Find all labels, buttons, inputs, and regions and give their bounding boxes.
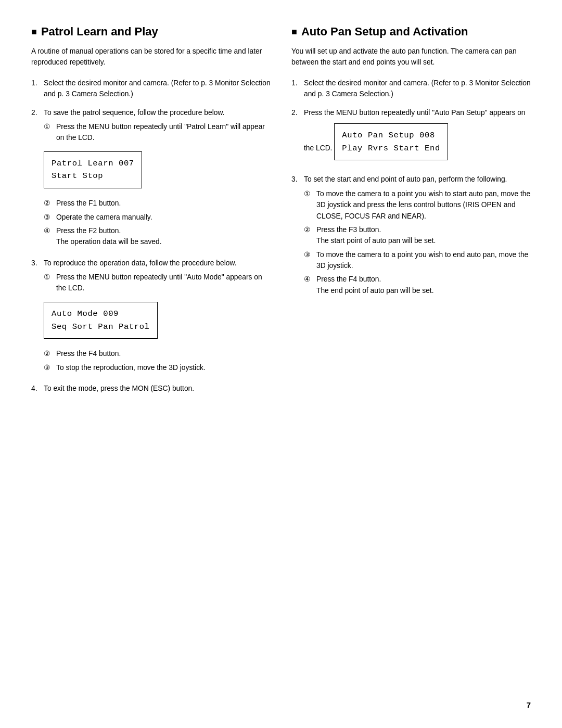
right-step-3-note2: The end point of auto pan will be set.: [316, 287, 434, 295]
lcd-auto-pan-line-1: Auto Pan Setup 008: [342, 129, 440, 142]
right-sub-num-3-2: ②: [304, 224, 313, 247]
step-1-content: Select the desired monitor and camera. (…: [44, 78, 271, 100]
lcd-auto-pan-line-2: Play Rvrs Start End: [342, 142, 440, 155]
lcd-auto-mode-line-1: Auto Mode 009: [52, 308, 150, 321]
lcd-auto-pan-setup: Auto Pan Setup 008 Play Rvrs Start End: [334, 123, 448, 161]
sub-3-2-text: Press the F4 button.: [56, 348, 271, 359]
right-step-3-text: To set the start and end point of auto p…: [304, 175, 507, 183]
sub-num-3-2: ②: [44, 348, 53, 359]
right-step-1: 1. Select the desired monitor and camera…: [291, 78, 531, 100]
right-sub-3-4-content: Press the F4 button. The end point of au…: [316, 274, 531, 296]
right-step-1-content: Select the desired monitor and camera. (…: [304, 78, 531, 100]
lcd-line-2: Start Stop: [52, 170, 134, 183]
sub-num-2-1: ①: [44, 121, 53, 144]
right-sub-num-3-1: ①: [304, 188, 313, 222]
right-step-2-content: Press the MENU button repeatedly until "…: [304, 107, 531, 167]
left-step-2: 2. To save the patrol sequence, follow t…: [31, 107, 271, 250]
right-step-3-content: To set the start and end point of auto p…: [304, 174, 531, 299]
step-2-content: To save the patrol sequence, follow the …: [44, 107, 271, 250]
sub-3-3-text: To stop the reproduction, move the 3D jo…: [56, 362, 271, 373]
left-step-1: 1. Select the desired monitor and camera…: [31, 78, 271, 100]
sub-2-1-text: Press the MENU button repeatedly until "…: [56, 121, 271, 144]
step-4-text: To exit the mode, press the MON (ESC) bu…: [44, 385, 194, 392]
step-num-4: 4.: [31, 383, 41, 394]
right-step-num-3: 3.: [291, 174, 301, 299]
step-3-sub-1: ① Press the MENU button repeatedly until…: [44, 272, 271, 294]
left-section-title: Patrol Learn and Play: [31, 25, 271, 39]
sub-2-3-text: Operate the camera manually.: [56, 212, 271, 223]
step-3-sublist-after: ② Press the F4 button. ③ To stop the rep…: [44, 348, 271, 373]
right-sub-num-3-3: ③: [304, 249, 313, 272]
step-4-content: To exit the mode, press the MON (ESC) bu…: [44, 383, 271, 394]
lcd-patrol-learn: Patrol Learn 007 Start Stop: [44, 151, 142, 189]
right-section-title: Auto Pan Setup and Activation: [291, 25, 531, 39]
step-3-text: To reproduce the operation data, follow …: [44, 259, 236, 267]
left-column: Patrol Learn and Play A routine of manua…: [31, 25, 271, 697]
page-container: Patrol Learn and Play A routine of manua…: [0, 0, 562, 728]
step-2-sub-2: ② Press the F1 button.: [44, 198, 271, 209]
step-3-sub-3: ③ To stop the reproduction, move the 3D …: [44, 362, 271, 373]
sub-2-4-content: Press the F2 button. The operation data …: [56, 225, 271, 248]
two-column-layout: Patrol Learn and Play A routine of manua…: [31, 25, 531, 697]
lcd-line-1: Patrol Learn 007: [52, 157, 134, 170]
right-step-3-sub-4: ④ Press the F4 button. The end point of …: [304, 274, 531, 296]
lcd-auto-mode: Auto Mode 009 Seq Sort Pan Patrol: [44, 302, 158, 339]
right-sub-num-3-4: ④: [304, 274, 313, 296]
right-section-intro: You will set up and activate the auto pa…: [291, 46, 531, 68]
step-3-sub-2: ② Press the F4 button.: [44, 348, 271, 359]
sub-num-3-3: ③: [44, 362, 53, 373]
step-2-sublist-after: ② Press the F1 button. ③ Operate the cam…: [44, 198, 271, 248]
right-step-3-sub-2: ② Press the F3 button. The start point o…: [304, 224, 531, 247]
right-step-2: 2. Press the MENU button repeatedly unti…: [291, 107, 531, 167]
step-3-sublist: ① Press the MENU button repeatedly until…: [44, 272, 271, 294]
right-step-num-1: 1.: [291, 78, 301, 100]
left-step-4: 4. To exit the mode, press the MON (ESC)…: [31, 383, 271, 394]
right-step-num-2: 2.: [291, 107, 301, 167]
sub-2-2-text: Press the F1 button.: [56, 198, 271, 209]
right-step-3-sub-1: ① To move the camera to a point you wish…: [304, 188, 531, 222]
step-2-text: To save the patrol sequence, follow the …: [44, 109, 224, 117]
step-2-sublist: ① Press the MENU button repeatedly until…: [44, 121, 271, 144]
sub-num-2-3: ③: [44, 212, 53, 223]
right-sub-3-3-text: To move the camera to a point you wish t…: [316, 249, 531, 272]
page-number: 7: [527, 700, 531, 709]
left-step-3: 3. To reproduce the operation data, foll…: [31, 258, 271, 376]
right-column: Auto Pan Setup and Activation You will s…: [291, 25, 531, 697]
step-3-content: To reproduce the operation data, follow …: [44, 258, 271, 376]
right-step-1-text: Select the desired monitor and camera. (…: [304, 79, 531, 98]
right-step-3-sublist: ① To move the camera to a point you wish…: [304, 188, 531, 296]
step-num-3: 3.: [31, 258, 41, 376]
sub-num-2-4: ④: [44, 225, 53, 248]
step-1-text: Select the desired monitor and camera. (…: [44, 79, 271, 98]
right-step-3-sub-3: ③ To move the camera to a point you wish…: [304, 249, 531, 272]
left-step-list: 1. Select the desired monitor and camera…: [31, 78, 271, 402]
right-step-3-note: The start point of auto pan will be set.: [316, 237, 436, 245]
right-step-3: 3. To set the start and end point of aut…: [291, 174, 531, 299]
right-step-list: 1. Select the desired monitor and camera…: [291, 78, 531, 306]
step-num-2: 2.: [31, 107, 41, 250]
step-2-sub-4: ④ Press the F2 button. The operation dat…: [44, 225, 271, 248]
lcd-auto-mode-line-2: Seq Sort Pan Patrol: [52, 321, 150, 334]
step-2-note: The operation data will be saved.: [56, 238, 161, 246]
step-num-1: 1.: [31, 78, 41, 100]
right-sub-3-1-text: To move the camera to a point you wish t…: [316, 188, 531, 222]
step-2-sub-3: ③ Operate the camera manually.: [44, 212, 271, 223]
left-section-intro: A routine of manual operations can be st…: [31, 46, 271, 68]
sub-num-3-1: ①: [44, 272, 53, 294]
step-2-sub-1: ① Press the MENU button repeatedly until…: [44, 121, 271, 144]
right-sub-3-2-content: Press the F3 button. The start point of …: [316, 224, 531, 247]
sub-num-2-2: ②: [44, 198, 53, 209]
sub-3-1-text: Press the MENU button repeatedly until "…: [56, 272, 271, 294]
